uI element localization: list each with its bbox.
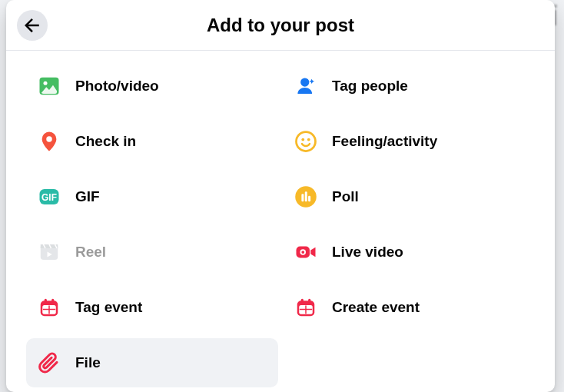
tag-people-icon — [294, 74, 318, 98]
option-file[interactable]: File — [26, 338, 278, 387]
svg-text:GIF: GIF — [41, 192, 57, 203]
dialog-title: Add to your post — [207, 15, 354, 36]
svg-point-17 — [301, 251, 304, 254]
option-label: Live video — [332, 244, 403, 261]
location-icon — [37, 129, 61, 154]
smiley-icon — [294, 129, 318, 154]
option-label: Check in — [75, 133, 136, 150]
option-label: Photo/video — [75, 78, 159, 95]
option-label: GIF — [75, 188, 100, 205]
svg-rect-21 — [51, 299, 54, 303]
option-poll[interactable]: Poll — [283, 172, 535, 221]
svg-rect-11 — [305, 191, 307, 201]
svg-rect-26 — [301, 299, 304, 303]
svg-point-2 — [300, 78, 309, 86]
option-reel: Reel — [26, 228, 278, 277]
live-video-icon — [294, 240, 318, 264]
option-label: Create event — [332, 299, 420, 316]
svg-point-6 — [307, 138, 310, 141]
options-grid: Photo/video Tag people Check in Feeling/… — [6, 51, 555, 392]
option-live-video[interactable]: Live video — [283, 228, 535, 277]
add-to-post-dialog: Add to your post Photo/video Tag people … — [6, 0, 555, 392]
arrow-left-icon — [20, 13, 45, 38]
gif-icon: GIF — [37, 184, 61, 209]
svg-rect-20 — [45, 299, 47, 303]
option-photo-video[interactable]: Photo/video — [26, 61, 278, 111]
option-feeling-activity[interactable]: Feeling/activity — [283, 117, 535, 166]
option-label: Reel — [75, 244, 106, 261]
svg-point-5 — [301, 138, 304, 141]
option-label: Feeling/activity — [332, 133, 437, 150]
reel-icon — [37, 240, 61, 264]
paperclip-icon — [37, 350, 61, 375]
option-create-event[interactable]: Create event — [283, 283, 535, 332]
option-check-in[interactable]: Check in — [26, 117, 278, 166]
option-label: File — [75, 354, 101, 371]
calendar-icon — [37, 295, 61, 320]
option-tag-event[interactable]: Tag event — [26, 283, 278, 332]
photo-icon — [37, 74, 61, 98]
option-label: Tag event — [75, 299, 142, 316]
option-label: Tag people — [332, 78, 408, 95]
dialog-header: Add to your post — [6, 0, 555, 51]
back-button[interactable] — [17, 10, 48, 41]
svg-rect-12 — [308, 196, 310, 202]
option-label: Poll — [332, 188, 359, 205]
option-tag-people[interactable]: Tag people — [283, 61, 535, 111]
poll-icon — [294, 184, 318, 209]
svg-point-3 — [46, 136, 52, 142]
svg-point-4 — [297, 132, 316, 151]
svg-point-1 — [44, 81, 48, 85]
option-gif[interactable]: GIF GIF — [26, 172, 278, 221]
calendar-icon — [294, 295, 318, 320]
svg-rect-10 — [301, 194, 304, 201]
svg-rect-27 — [308, 299, 310, 303]
